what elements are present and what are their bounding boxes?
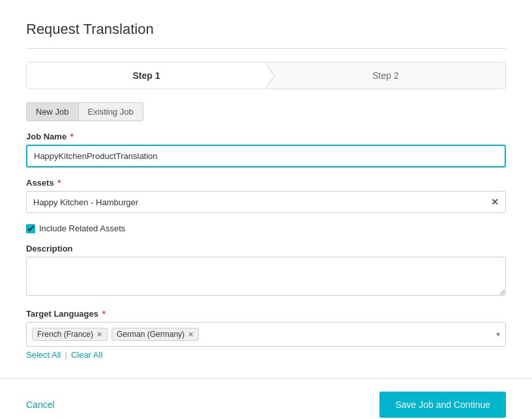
select-all-button[interactable]: Select All bbox=[26, 350, 61, 360]
cancel-button[interactable]: Cancel bbox=[26, 399, 55, 410]
tab-new-job[interactable]: New Job bbox=[26, 102, 78, 121]
step-1: Step 1 bbox=[27, 63, 266, 89]
step-2: Step 2 bbox=[266, 63, 505, 89]
description-input[interactable] bbox=[26, 257, 506, 296]
description-label: Description bbox=[26, 244, 506, 253]
page-title: Request Translation bbox=[26, 21, 506, 38]
tab-existing-job[interactable]: Existing Job bbox=[78, 102, 143, 121]
job-type-tabs: New Job Existing Job bbox=[26, 102, 506, 121]
step-2-label: Step 2 bbox=[372, 70, 398, 81]
target-languages-label: Target Languages * bbox=[26, 309, 506, 319]
request-translation-modal: Request Translation Step 1 Step 2 New Jo… bbox=[0, 0, 532, 419]
clear-asset-icon[interactable]: ✕ bbox=[491, 197, 499, 207]
target-languages-group: Target Languages * French (France) ✕ Ger… bbox=[26, 309, 506, 360]
step-arrow-fill bbox=[265, 63, 274, 88]
clear-all-button[interactable]: Clear All bbox=[71, 350, 102, 360]
languages-dropdown-icon[interactable]: ▾ bbox=[496, 330, 500, 339]
steps-container: Step 1 Step 2 bbox=[26, 62, 506, 89]
language-tag-german-label: German (Germany) bbox=[117, 330, 185, 339]
language-tag-german: German (Germany) ✕ bbox=[111, 328, 199, 341]
remove-french-icon[interactable]: ✕ bbox=[96, 330, 102, 339]
description-group: Description bbox=[26, 244, 506, 298]
save-continue-button[interactable]: Save Job and Continue bbox=[379, 392, 506, 418]
asset-value: Happy Kitchen - Hamburger bbox=[33, 197, 491, 207]
step-1-label: Step 1 bbox=[132, 70, 160, 81]
include-related-label[interactable]: Include Related Assets bbox=[39, 224, 125, 233]
include-related-group: Include Related Assets bbox=[26, 224, 506, 233]
language-tag-french-label: French (France) bbox=[37, 330, 93, 339]
assets-label: Assets * bbox=[26, 178, 506, 188]
modal-footer: Cancel Save Job and Continue bbox=[0, 378, 532, 419]
pipe-separator: | bbox=[65, 350, 66, 360]
assets-field: Happy Kitchen - Hamburger ✕ bbox=[26, 191, 506, 213]
remove-german-icon[interactable]: ✕ bbox=[188, 330, 194, 339]
job-name-group: Job Name * bbox=[26, 132, 506, 167]
job-name-input[interactable] bbox=[26, 145, 506, 167]
language-tag-french: French (France) ✕ bbox=[32, 328, 108, 341]
languages-field[interactable]: French (France) ✕ German (Germany) ✕ ▾ bbox=[26, 322, 506, 347]
divider-top bbox=[26, 48, 506, 49]
assets-group: Assets * Happy Kitchen - Hamburger ✕ bbox=[26, 178, 506, 213]
select-clear-row: Select All | Clear All bbox=[26, 350, 506, 360]
include-related-checkbox[interactable] bbox=[26, 224, 35, 233]
job-name-label: Job Name * bbox=[26, 132, 506, 141]
